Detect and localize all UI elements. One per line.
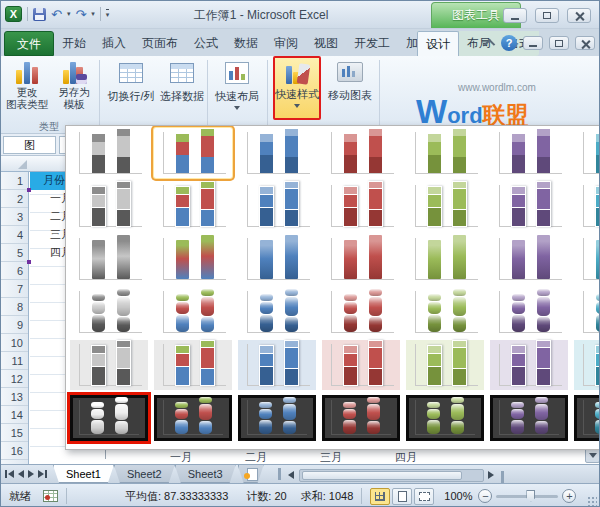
quick-layout-button[interactable]: 快速布局 <box>211 57 263 110</box>
redo-icon[interactable]: ↷ <box>75 8 86 21</box>
row-header[interactable]: 6 <box>1 262 28 280</box>
chart-style-thumbnail-tinted-purple[interactable] <box>490 340 568 390</box>
chart-style-thumbnail-tinted-multicolor[interactable] <box>154 340 232 390</box>
chart-style-thumbnail-outlined-aqua[interactable] <box>574 181 600 231</box>
undo-icon[interactable]: ↶ <box>51 8 62 21</box>
tab-review[interactable]: 审阅 <box>266 31 306 56</box>
chart-style-thumbnail-cylinder-aqua[interactable] <box>574 287 600 337</box>
chart-style-thumbnail-dark-grayscale[interactable] <box>70 395 148 441</box>
chart-style-thumbnail-dark-multicolor[interactable] <box>154 395 232 441</box>
row-header[interactable]: 3 <box>1 208 28 226</box>
doc-minimize-button[interactable] <box>523 36 543 50</box>
redo-dropdown-icon[interactable]: ▾ <box>91 10 95 18</box>
tab-formulas[interactable]: 公式 <box>186 31 226 56</box>
hscroll-track[interactable] <box>299 469 484 482</box>
name-box[interactable]: 图 <box>3 136 56 154</box>
range-handle[interactable] <box>27 188 31 192</box>
tab-home[interactable]: 开始 <box>54 31 94 56</box>
zoom-slider-track[interactable] <box>496 495 558 498</box>
row-header[interactable]: 4 <box>1 226 28 244</box>
row-header[interactable]: 1 <box>1 172 28 190</box>
row-header[interactable]: 5 <box>1 244 28 262</box>
chart-style-thumbnail-dark-blue[interactable] <box>238 395 316 441</box>
tab-developer[interactable]: 开发工 <box>346 31 398 56</box>
row-header[interactable]: 16 <box>1 442 28 460</box>
chart-style-thumbnail-flat-purple[interactable] <box>490 128 568 178</box>
minimize-button[interactable] <box>503 8 527 23</box>
row-header[interactable]: 12 <box>1 370 28 388</box>
horizontal-scrollbar[interactable] <box>284 467 507 483</box>
chart-style-thumbnail-flat-grayscale[interactable] <box>70 128 148 178</box>
restore-button[interactable] <box>535 8 559 23</box>
row-header[interactable]: 15 <box>1 424 28 442</box>
chart-style-thumbnail-cylinder-blue[interactable] <box>238 287 316 337</box>
chart-style-thumbnail-outlined-multicolor[interactable] <box>154 181 232 231</box>
range-handle[interactable] <box>27 260 31 264</box>
chart-style-thumbnail-cylinder-purple[interactable] <box>490 287 568 337</box>
row-header[interactable]: 13 <box>1 388 28 406</box>
excel-logo-icon[interactable]: X <box>5 6 22 22</box>
move-chart-button[interactable]: 移动图表 <box>325 57 375 103</box>
row-header[interactable]: 14 <box>1 406 28 424</box>
quick-styles-button[interactable]: 快速样式 <box>273 57 321 108</box>
save-as-template-button[interactable]: 另存为 模板 <box>51 57 97 119</box>
chart-style-thumbnail-flat-green[interactable] <box>406 128 484 178</box>
page-break-view-button[interactable] <box>414 488 434 505</box>
first-sheet-button[interactable] <box>5 470 14 478</box>
insert-worksheet-button[interactable] <box>238 465 264 483</box>
close-button[interactable] <box>567 8 591 23</box>
chart-style-thumbnail-dark-purple[interactable] <box>490 395 568 441</box>
select-data-button[interactable]: 选择数据 <box>157 57 207 104</box>
sheet-tab-sheet2[interactable]: Sheet2 <box>114 465 175 483</box>
chart-style-thumbnail-outlined-grayscale[interactable] <box>70 181 148 231</box>
switch-row-column-button[interactable]: 切换行/列 <box>105 57 157 104</box>
chart-style-thumbnail-gradient-aqua[interactable] <box>574 234 600 284</box>
chart-style-thumbnail-cylinder-red[interactable] <box>322 287 400 337</box>
chart-style-thumbnail-gradient-red[interactable] <box>322 234 400 284</box>
sheet-tab-sheet1[interactable]: Sheet1 <box>53 465 114 483</box>
last-sheet-button[interactable] <box>38 470 47 478</box>
chart-style-thumbnail-flat-blue[interactable] <box>238 128 316 178</box>
chart-style-thumbnail-tinted-red[interactable] <box>322 340 400 390</box>
save-icon[interactable] <box>33 8 46 21</box>
chart-style-thumbnail-outlined-purple[interactable] <box>490 181 568 231</box>
scroll-left-button[interactable] <box>284 469 299 482</box>
prev-sheet-button[interactable] <box>18 470 24 478</box>
row-header[interactable]: 2 <box>1 190 28 208</box>
hscroll-thumb[interactable] <box>302 471 462 480</box>
row-header[interactable]: 10 <box>1 334 28 352</box>
scroll-right-button[interactable] <box>484 469 499 482</box>
row-header[interactable]: 9 <box>1 316 28 334</box>
chart-style-thumbnail-tinted-green[interactable] <box>406 340 484 390</box>
change-chart-type-button[interactable]: 更改 图表类型 <box>4 57 50 119</box>
page-layout-view-button[interactable] <box>392 488 412 505</box>
row-header[interactable]: 8 <box>1 298 28 316</box>
tab-file[interactable]: 文件 <box>4 31 54 56</box>
chart-style-thumbnail-cylinder-green[interactable] <box>406 287 484 337</box>
chart-style-thumbnail-cylinder-multicolor[interactable] <box>154 287 232 337</box>
chart-style-thumbnail-tinted-aqua[interactable] <box>574 340 600 390</box>
next-sheet-button[interactable] <box>28 470 34 478</box>
chart-style-thumbnail-outlined-red[interactable] <box>322 181 400 231</box>
chart-style-thumbnail-flat-aqua[interactable] <box>574 128 600 178</box>
chart-style-thumbnail-dark-aqua[interactable] <box>574 395 600 441</box>
chart-style-thumbnail-tinted-blue[interactable] <box>238 340 316 390</box>
chart-style-thumbnail-flat-multicolor[interactable] <box>154 128 232 178</box>
zoom-in-button[interactable]: + <box>562 489 576 503</box>
resize-grip-icon[interactable] <box>587 496 597 506</box>
help-icon[interactable]: ? <box>501 35 517 51</box>
tab-data[interactable]: 数据 <box>226 31 266 56</box>
chart-style-thumbnail-gradient-multicolor[interactable] <box>154 234 232 284</box>
select-all-icon[interactable] <box>18 160 27 169</box>
doc-close-button[interactable] <box>575 36 595 50</box>
normal-view-button[interactable] <box>370 488 390 505</box>
tab-design[interactable]: 设计 <box>417 31 459 56</box>
chart-style-thumbnail-flat-red[interactable] <box>322 128 400 178</box>
chart-style-thumbnail-dark-red[interactable] <box>322 395 400 441</box>
tab-insert[interactable]: 插入 <box>94 31 134 56</box>
row-header[interactable]: 7 <box>1 280 28 298</box>
chart-style-thumbnail-dark-green[interactable] <box>406 395 484 441</box>
tab-split-handle[interactable] <box>278 468 281 480</box>
tab-page-layout[interactable]: 页面布 <box>134 31 186 56</box>
chart-style-thumbnail-gradient-green[interactable] <box>406 234 484 284</box>
